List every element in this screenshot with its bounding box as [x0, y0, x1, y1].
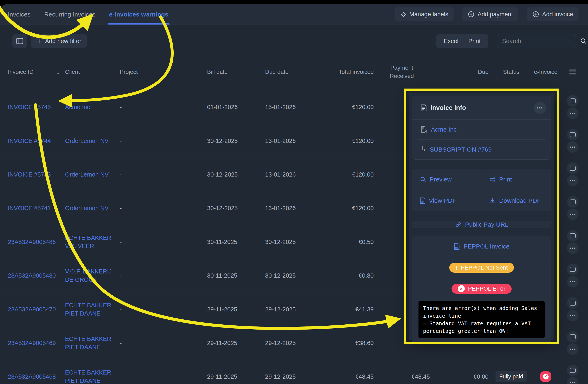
- row-side-panel-button[interactable]: [567, 95, 579, 107]
- building-icon: [420, 126, 428, 133]
- table-header: Invoice ID ↓ Client Project Bill date Du…: [0, 54, 588, 90]
- total-invoiced-cell: €41.39: [322, 305, 374, 313]
- column-header-payment-received[interactable]: Payment Received: [374, 64, 430, 80]
- invoice-id-link[interactable]: INVOICE #5744: [8, 137, 51, 144]
- tag-icon: [400, 11, 406, 18]
- column-header-due[interactable]: Due: [430, 68, 488, 76]
- view-pdf-link[interactable]: View PDF: [420, 197, 456, 204]
- client-link[interactable]: V.O.F. BAKKERIJ DE GROOT: [65, 268, 112, 283]
- invoice-info-card: Invoice info ••• Acme Inc ↳ SUBSC: [412, 96, 551, 160]
- popup-client-link[interactable]: Acme Inc: [420, 126, 457, 133]
- tab-e-invoices-warnings[interactable]: e-Invoices warnings: [109, 4, 168, 24]
- document-actions-card: Preview Print View PDF: [412, 169, 551, 211]
- download-pdf-link[interactable]: Download PDF: [489, 197, 541, 204]
- total-invoiced-cell: €120.00: [322, 137, 374, 145]
- toggle-columns-button[interactable]: [12, 34, 27, 48]
- excel-export-button[interactable]: Excel: [439, 38, 463, 45]
- invoice-id-link[interactable]: 23A532A9005468: [8, 373, 56, 380]
- manage-labels-button[interactable]: Manage labels: [395, 7, 454, 21]
- row-side-panel-button[interactable]: [567, 331, 579, 343]
- public-pay-url-link[interactable]: Public Pay URL: [455, 221, 508, 228]
- client-link[interactable]: OrderLemon NV: [65, 171, 109, 178]
- project-cell: -: [120, 271, 207, 280]
- row-side-panel-button[interactable]: [567, 264, 579, 275]
- client-link[interactable]: ECHTE BAKKER PIET DAANE: [65, 369, 111, 384]
- total-invoiced-cell: €120.00: [322, 170, 374, 179]
- row-more-button[interactable]: •••: [567, 175, 579, 186]
- project-cell: -: [120, 372, 207, 381]
- search-input[interactable]: [502, 38, 580, 45]
- plus-icon: [36, 38, 42, 44]
- invoice-id-link[interactable]: 23A532A9005470: [8, 306, 56, 313]
- sort-desc-icon[interactable]: ↓: [57, 68, 60, 76]
- row-more-button[interactable]: •••: [567, 209, 579, 220]
- tab-recurring-invoices[interactable]: Recurring Invoices: [44, 4, 95, 24]
- row-side-panel-button[interactable]: [567, 163, 579, 174]
- tab-bar: Invoices Recurring Invoices e-Invoices w…: [0, 4, 588, 25]
- due-date-cell: 13-01-2026: [265, 137, 322, 145]
- row-side-panel-button[interactable]: [567, 196, 579, 208]
- popup-subscription-link[interactable]: ↳ SUBSCRIPTION #769: [420, 146, 492, 153]
- row-side-panel-button[interactable]: [567, 230, 579, 242]
- magnifier-icon: [420, 176, 426, 183]
- project-cell: -: [120, 204, 207, 212]
- row-more-button[interactable]: •••: [567, 276, 579, 288]
- row-more-button[interactable]: •••: [567, 141, 579, 153]
- due-date-cell: 30-12-2025: [265, 271, 322, 280]
- invoice-id-link[interactable]: INVOICE #5745: [8, 104, 51, 110]
- row-more-button[interactable]: •••: [567, 242, 579, 254]
- due-date-cell: 13-01-2026: [265, 204, 322, 212]
- column-header-bill-date[interactable]: Bill date: [207, 68, 265, 76]
- client-link[interactable]: OrderLemon NV: [65, 205, 109, 211]
- project-cell: -: [120, 305, 207, 313]
- row-more-button[interactable]: •••: [567, 343, 579, 355]
- invoice-id-link[interactable]: INVOICE #5743: [8, 171, 51, 178]
- status-badge: Fully paid: [496, 371, 527, 382]
- tab-invoices[interactable]: Invoices: [8, 4, 31, 24]
- invoice-id-link[interactable]: 23A532A9005469: [8, 340, 56, 346]
- bill-date-cell: 29-11-2025: [207, 339, 265, 347]
- client-link[interactable]: OrderLemon NV: [65, 137, 109, 144]
- print-link[interactable]: Print: [489, 176, 512, 183]
- add-new-filter-button[interactable]: Add new filter: [31, 34, 87, 48]
- popup-more-button[interactable]: •••: [534, 102, 546, 114]
- invoice-id-link[interactable]: INVOICE #5741: [8, 205, 51, 211]
- column-header-invoice-id[interactable]: Invoice ID ↓: [0, 68, 65, 76]
- error-x-icon: ✕: [458, 285, 465, 292]
- column-header-client[interactable]: Client: [65, 68, 120, 76]
- row-side-panel-button[interactable]: [567, 129, 579, 140]
- peppol-invoice-link[interactable]: XML PEPPOL Invoice: [454, 243, 509, 250]
- due-date-cell: 29-12-2025: [265, 372, 322, 381]
- search-box: [498, 34, 576, 48]
- invoice-info-popup: Invoice info ••• Acme Inc ↳ SUBSC: [409, 93, 554, 340]
- print-export-button[interactable]: Print: [463, 38, 486, 45]
- e-invoice-error-badge[interactable]: ✕: [540, 371, 551, 382]
- row-more-button[interactable]: •••: [567, 377, 579, 384]
- row-side-panel-button[interactable]: [567, 297, 579, 309]
- row-side-panel-button[interactable]: [567, 365, 579, 376]
- column-header-project[interactable]: Project: [120, 68, 207, 76]
- document-icon: [420, 104, 427, 112]
- column-header-due-date[interactable]: Due date: [265, 68, 322, 76]
- preview-link[interactable]: Preview: [420, 176, 452, 183]
- due-date-cell: 15-01-2026: [265, 103, 322, 111]
- client-link[interactable]: ECHTE BAKKER V.D. VEER: [65, 234, 111, 249]
- column-header-e-invoice[interactable]: e-Invoice: [534, 68, 557, 76]
- column-header-status[interactable]: Status: [488, 68, 534, 76]
- client-link[interactable]: ECHTE BAKKER PIET DAANE: [65, 336, 111, 350]
- add-payment-button[interactable]: Add payment: [462, 7, 518, 21]
- invoice-id-link[interactable]: 23A532A9005480: [8, 272, 56, 279]
- due-date-cell: 29-12-2025: [265, 305, 322, 313]
- search-icon[interactable]: [580, 38, 587, 45]
- invoice-id-link[interactable]: 23A532A9005486: [8, 239, 56, 245]
- client-link[interactable]: Acme Inc: [65, 104, 90, 110]
- row-more-button[interactable]: •••: [567, 107, 579, 119]
- column-header-total-invoiced[interactable]: Total invoiced: [322, 68, 374, 76]
- table-row[interactable]: 23A532A9005468 ECHTE BAKKER PIET DAANE -…: [0, 360, 588, 384]
- hamburger-menu-icon[interactable]: [557, 69, 588, 75]
- total-invoiced-cell: €120.00: [322, 204, 374, 212]
- row-more-button[interactable]: •••: [567, 310, 579, 321]
- client-link[interactable]: ECHTE BAKKER PIET DAANE: [65, 302, 111, 317]
- due-amount-cell: €0.00: [430, 372, 488, 381]
- add-invoice-button[interactable]: Add invoice: [527, 7, 579, 21]
